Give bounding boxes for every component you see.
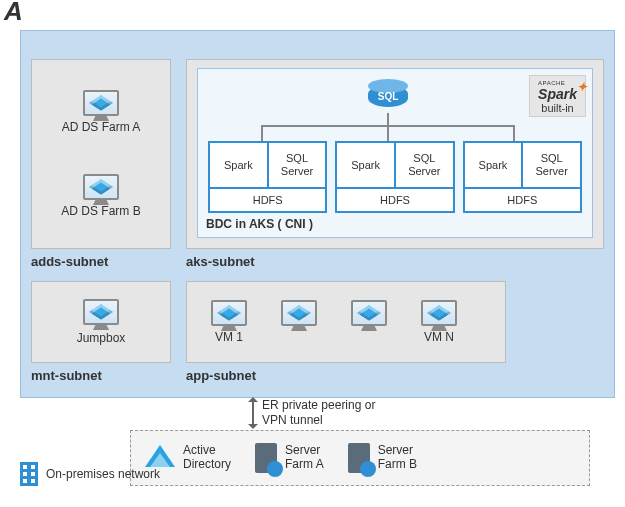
connector-line — [261, 125, 263, 141]
ad-ds-farm-a: AD DS Farm A — [62, 90, 141, 134]
vm-icon — [83, 299, 119, 325]
bdc-node: Spark SQL Server HDFS — [208, 141, 327, 213]
mnt-subnet-box: Jumpbox — [31, 281, 171, 363]
connector-line — [513, 125, 515, 141]
node-hdfs-label: HDFS — [465, 187, 580, 211]
vm-icon — [421, 300, 457, 326]
node-sqlserver-label: SQL Server — [523, 143, 580, 187]
mnt-subnet-label: mnt-subnet — [31, 368, 102, 383]
node-hdfs-label: HDFS — [337, 187, 452, 211]
virtual-network: AD DS Farm A AD DS Farm B adds-subnet AP… — [20, 30, 615, 398]
node-spark-label: Spark — [465, 143, 524, 187]
node-hdfs-label: HDFS — [210, 187, 325, 211]
onprem-ad-label: Active Directory — [183, 444, 231, 472]
building-icon — [20, 462, 38, 486]
architecture-diagram: A AD DS Farm A AD DS Farm B adds-subnet — [0, 0, 625, 507]
azure-logo: A — [4, 0, 22, 27]
server-icon — [255, 443, 277, 473]
vm-icon — [83, 174, 119, 200]
app-subnet-label: app-subnet — [186, 368, 256, 383]
app-vm — [343, 300, 395, 344]
vm-label: VM N — [424, 330, 454, 344]
ad-ds-farm-b: AD DS Farm B — [61, 174, 140, 218]
spark-star-icon: ✦ — [577, 81, 587, 94]
vm-label: AD DS Farm A — [62, 120, 141, 134]
app-vm: VM 1 — [203, 300, 255, 344]
bdc-title: BDC in AKS ( CNI ) — [206, 217, 313, 231]
node-spark-label: Spark — [337, 143, 396, 187]
node-sqlserver-label: SQL Server — [396, 143, 453, 187]
adds-subnet-box: AD DS Farm A AD DS Farm B — [31, 59, 171, 249]
app-vm: VM N — [413, 300, 465, 344]
server-label: Server Farm A — [285, 444, 324, 472]
spark-logo-text: Spark✦ — [538, 87, 577, 102]
on-premises-title: On-premises network — [20, 462, 160, 486]
app-vm — [273, 300, 325, 344]
jumpbox-label: Jumpbox — [77, 331, 126, 345]
vm-icon — [281, 300, 317, 326]
vm-icon — [351, 300, 387, 326]
connection-label: ER private peering or VPN tunnel — [262, 398, 402, 428]
adds-subnet-label: adds-subnet — [31, 254, 108, 269]
connection-arrow-icon — [252, 398, 254, 428]
node-spark-label: Spark — [210, 143, 269, 187]
on-premises-label: On-premises network — [46, 467, 160, 481]
vm-label: VM 1 — [215, 330, 243, 344]
bdc-node: Spark SQL Server HDFS — [463, 141, 582, 213]
app-subnet-box: VM 1 VM N — [186, 281, 506, 363]
vm-icon — [83, 90, 119, 116]
aks-subnet-label: aks-subnet — [186, 254, 255, 269]
bdc-container: APACHE Spark✦ built-in SQL — [197, 68, 593, 238]
aks-subnet-box: APACHE Spark✦ built-in SQL — [186, 59, 604, 249]
spark-badge: APACHE Spark✦ built-in — [529, 75, 586, 117]
spark-subtext: built-in — [538, 102, 577, 114]
onprem-server-farm-b: Server Farm B — [348, 443, 417, 473]
node-sqlserver-label: SQL Server — [269, 143, 326, 187]
bdc-nodes-row: Spark SQL Server HDFS Spark SQL Server H… — [208, 141, 582, 213]
onprem-server-farm-a: Server Farm A — [255, 443, 324, 473]
connector-line — [387, 125, 389, 141]
sql-cylinder-icon: SQL — [366, 79, 410, 113]
connector-line — [387, 113, 389, 125]
vm-label: AD DS Farm B — [61, 204, 140, 218]
sql-label: SQL — [366, 91, 410, 102]
vm-icon — [211, 300, 247, 326]
bdc-node: Spark SQL Server HDFS — [335, 141, 454, 213]
server-label: Server Farm B — [378, 444, 417, 472]
on-premises-box: Active Directory Server Farm A Server Fa… — [130, 430, 590, 486]
server-icon — [348, 443, 370, 473]
